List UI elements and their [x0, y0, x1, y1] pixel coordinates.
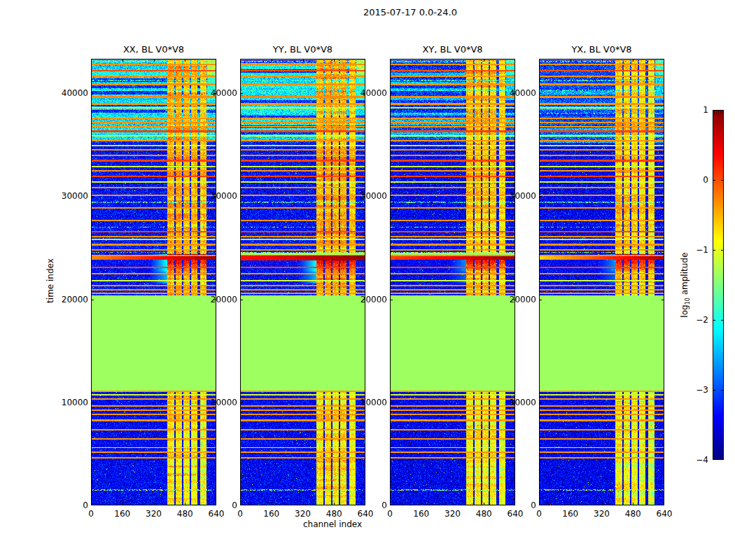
y-tick-label: 40000	[46, 88, 88, 99]
figure-title: 2015-07-17 0.0-24.0	[270, 7, 550, 18]
colorbar: log10 amplitude 10−1−2−3−4	[713, 110, 724, 460]
y-tick-label: 30000	[46, 190, 88, 202]
colorbar-tick-label: −1	[672, 244, 708, 255]
y-tick-label: 10000	[46, 397, 88, 408]
colorbar-tick-label: −2	[672, 314, 708, 326]
y-tick-label: 40000	[494, 88, 536, 99]
y-tick-label: 10000	[494, 397, 536, 408]
colorbar-label-suffix: amplitude	[680, 253, 690, 298]
x-tick-label: 160	[108, 509, 136, 519]
colorbar-gradient	[713, 110, 724, 460]
x-tick-label: 160	[556, 509, 584, 519]
x-axis-label: channel index	[284, 519, 382, 529]
y-tick-label: 30000	[195, 190, 237, 202]
y-tick-label: 0	[46, 500, 88, 511]
panel-title-xy: XY, BL V0*V8	[390, 44, 515, 55]
x-tick-label: 160	[258, 509, 286, 519]
colorbar-tick-label: −4	[672, 454, 708, 465]
heatmap-canvas-yx	[539, 59, 664, 505]
colorbar-tick-label: −3	[672, 384, 708, 396]
y-axis-label: time index	[46, 232, 55, 330]
x-tick-label: 160	[407, 509, 435, 519]
y-tick-label: 30000	[494, 190, 536, 202]
y-tick-label: 0	[345, 500, 387, 511]
heatmap-panel-yy: YY, BL V0*V80160320480640010000200003000…	[240, 59, 365, 505]
y-tick-label: 30000	[345, 190, 387, 202]
x-tick-label: 320	[439, 509, 467, 519]
y-tick-label: 20000	[345, 294, 387, 305]
y-tick-label: 0	[494, 500, 536, 511]
y-tick-label: 20000	[494, 294, 536, 305]
colorbar-label-subscript: 10	[685, 298, 691, 304]
y-tick-label: 10000	[345, 397, 387, 408]
x-tick-label: 320	[140, 509, 168, 519]
panel-title-yx: YX, BL V0*V8	[539, 44, 664, 55]
y-tick-label: 20000	[195, 294, 237, 305]
x-tick-label: 480	[619, 509, 647, 519]
x-tick-label: 480	[320, 509, 348, 519]
y-tick-label: 20000	[46, 294, 88, 305]
y-tick-label: 0	[195, 500, 237, 511]
y-tick-label: 40000	[195, 88, 237, 99]
y-tick-label: 10000	[195, 397, 237, 408]
heatmap-panel-xx: XX, BL V0*V80160320480640010000200003000…	[91, 59, 216, 505]
x-tick-label: 320	[289, 509, 317, 519]
colorbar-tick-label: 0	[672, 174, 708, 186]
panel-title-xx: XX, BL V0*V8	[91, 44, 216, 55]
heatmap-panel-xy: XY, BL V0*V80160320480640010000200003000…	[390, 59, 515, 505]
heatmap-canvas-yy	[240, 59, 365, 505]
heatmap-canvas-xy	[390, 59, 515, 505]
panel-title-yy: YY, BL V0*V8	[240, 44, 365, 55]
x-tick-label: 640	[650, 509, 678, 519]
figure: 2015-07-17 0.0-24.0 XX, BL V0*V801603204…	[0, 0, 735, 560]
colorbar-tick-label: 1	[672, 104, 708, 115]
x-tick-label: 320	[588, 509, 616, 519]
y-tick-label: 40000	[345, 88, 387, 99]
heatmap-canvas-xx	[91, 59, 216, 505]
heatmap-panel-yx: YX, BL V0*V80160320480640010000200003000…	[539, 59, 664, 505]
